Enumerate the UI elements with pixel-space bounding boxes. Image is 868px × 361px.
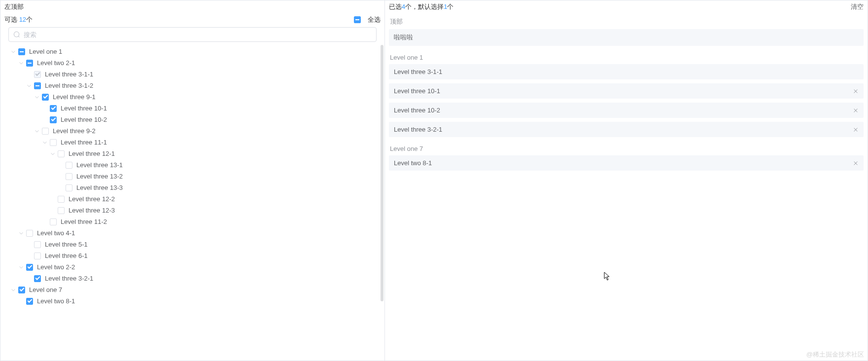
tree-checkbox[interactable] bbox=[42, 128, 49, 135]
close-icon[interactable] bbox=[853, 108, 859, 113]
tree-node-label: Level two 4-1 bbox=[37, 229, 75, 237]
tree-node[interactable]: Level three 3-1-1 bbox=[8, 69, 377, 80]
tree-node[interactable]: Level three 13-2 bbox=[8, 171, 377, 182]
tree-checkbox[interactable] bbox=[50, 116, 57, 123]
selected-item-label: Level three 10-2 bbox=[394, 107, 440, 114]
clear-button[interactable]: 清空 bbox=[851, 2, 864, 11]
tree-node-label: Level three 3-1-1 bbox=[45, 71, 93, 78]
tree-node-label: Level three 3-2-1 bbox=[45, 275, 93, 282]
search-input[interactable] bbox=[8, 27, 377, 42]
caret-icon[interactable] bbox=[34, 128, 40, 134]
selected-item: Level three 10-1 bbox=[389, 83, 864, 99]
search-wrap bbox=[0, 27, 384, 46]
tree-node[interactable]: Level two 4-1 bbox=[8, 227, 377, 239]
select-all-label: 全选 bbox=[368, 15, 381, 24]
tree-node-label: Level three 12-2 bbox=[69, 195, 115, 203]
left-sub-header: 可选 12个 全选 bbox=[0, 13, 384, 27]
tree-checkbox bbox=[34, 71, 41, 78]
selected-summary: 已选4个，默认选择1个 bbox=[389, 2, 453, 11]
caret-icon[interactable] bbox=[18, 230, 24, 236]
scrollbar[interactable] bbox=[381, 45, 383, 358]
tree-node[interactable]: Level three 10-2 bbox=[8, 114, 377, 125]
tree-checkbox[interactable] bbox=[34, 82, 41, 89]
tree-checkbox[interactable] bbox=[66, 184, 72, 191]
selected-item: Level two 8-1 bbox=[389, 155, 864, 171]
tree-node[interactable]: Level one 1 bbox=[8, 46, 377, 57]
tree-node[interactable]: Level three 3-2-1 bbox=[8, 273, 377, 284]
tree-node-label: Level three 6-1 bbox=[45, 252, 88, 259]
tree-node[interactable]: Level three 13-3 bbox=[8, 182, 377, 193]
tree-checkbox[interactable] bbox=[42, 94, 49, 101]
tree-node-label: Level three 3-1-2 bbox=[45, 82, 93, 89]
caret-icon[interactable] bbox=[42, 140, 48, 145]
left-panel: 左顶部 可选 12个 全选 Level one 1Level two 2-1Le… bbox=[0, 0, 385, 361]
tree-node[interactable]: Level three 9-2 bbox=[8, 125, 377, 137]
caret-icon[interactable] bbox=[10, 287, 16, 293]
tree-node[interactable]: Level three 9-1 bbox=[8, 91, 377, 103]
tree-node-label: Level three 9-2 bbox=[53, 127, 96, 135]
tree-checkbox[interactable] bbox=[18, 287, 25, 293]
tree-node[interactable]: Level two 2-2 bbox=[8, 261, 377, 273]
tree[interactable]: Level one 1Level two 2-1Level three 3-1-… bbox=[0, 46, 384, 361]
right-header: 已选4个，默认选择1个 清空 bbox=[389, 0, 864, 13]
tree-node-label: Level one 7 bbox=[29, 286, 62, 293]
tree-node-label: Level three 11-1 bbox=[61, 139, 107, 146]
tree-checkbox[interactable] bbox=[26, 298, 33, 305]
tree-node[interactable]: Level one 7 bbox=[8, 284, 377, 295]
tree-checkbox[interactable] bbox=[58, 196, 65, 203]
left-title: 左顶部 bbox=[0, 0, 384, 13]
tree-node[interactable]: Level three 11-1 bbox=[8, 137, 377, 148]
tree-node-label: Level three 5-1 bbox=[45, 241, 88, 248]
tree-checkbox[interactable] bbox=[50, 218, 57, 225]
tree-checkbox[interactable] bbox=[26, 264, 33, 271]
tree-checkbox[interactable] bbox=[34, 275, 41, 282]
tree-checkbox[interactable] bbox=[66, 173, 72, 180]
select-all-checkbox[interactable] bbox=[354, 16, 361, 23]
tree-node-label: Level one 1 bbox=[29, 48, 62, 55]
tree-node[interactable]: Level three 12-3 bbox=[8, 205, 377, 216]
tree-node[interactable]: Level three 11-2 bbox=[8, 216, 377, 227]
tree-node-label: Level three 10-1 bbox=[61, 105, 107, 112]
scrollbar-thumb[interactable] bbox=[381, 45, 383, 301]
tree-node[interactable]: Level three 6-1 bbox=[8, 250, 377, 261]
tree-checkbox[interactable] bbox=[66, 162, 72, 169]
tree-node[interactable]: Level two 2-1 bbox=[8, 57, 377, 69]
selected-item-label: Level three 3-1-1 bbox=[394, 68, 442, 75]
tree-node[interactable]: Level three 13-1 bbox=[8, 159, 377, 171]
tree-node-label: Level three 13-3 bbox=[76, 184, 123, 191]
tree-node-label: Level two 8-1 bbox=[37, 297, 75, 305]
tree-node[interactable]: Level three 3-1-2 bbox=[8, 80, 377, 91]
group-label: Level one 7 bbox=[389, 141, 864, 155]
tree-checkbox[interactable] bbox=[50, 139, 57, 146]
tree-node[interactable]: Level three 5-1 bbox=[8, 239, 377, 250]
select-all-button[interactable]: 全选 bbox=[354, 15, 381, 24]
caret-icon[interactable] bbox=[50, 151, 56, 157]
search-icon bbox=[13, 31, 20, 38]
selected-item-label: 啦啦啦 bbox=[394, 33, 413, 42]
caret-icon[interactable] bbox=[18, 264, 24, 270]
close-icon[interactable] bbox=[853, 88, 859, 94]
caret-icon[interactable] bbox=[26, 83, 32, 89]
close-icon[interactable] bbox=[853, 127, 859, 133]
tree-checkbox[interactable] bbox=[18, 48, 25, 55]
tree-checkbox[interactable] bbox=[26, 60, 33, 67]
selected-item-label: Level two 8-1 bbox=[394, 159, 432, 167]
tree-checkbox[interactable] bbox=[26, 230, 33, 237]
tree-checkbox[interactable] bbox=[58, 207, 65, 214]
tree-node-label: Level three 11-2 bbox=[61, 218, 107, 225]
tree-checkbox[interactable] bbox=[50, 105, 57, 112]
tree-node[interactable]: Level three 12-1 bbox=[8, 148, 377, 159]
tree-node[interactable]: Level three 12-2 bbox=[8, 193, 377, 205]
tree-node-label: Level two 2-1 bbox=[37, 59, 75, 67]
caret-icon[interactable] bbox=[34, 94, 40, 100]
tree-checkbox[interactable] bbox=[58, 150, 65, 157]
tree-node[interactable]: Level three 10-1 bbox=[8, 103, 377, 114]
caret-icon[interactable] bbox=[10, 49, 16, 55]
close-icon[interactable] bbox=[853, 160, 859, 166]
selected-item: Level three 3-1-1 bbox=[389, 64, 864, 79]
tree-checkbox[interactable] bbox=[34, 241, 41, 248]
tree-node-label: Level three 13-1 bbox=[76, 161, 123, 169]
tree-checkbox[interactable] bbox=[34, 253, 41, 259]
tree-node[interactable]: Level two 8-1 bbox=[8, 295, 377, 307]
caret-icon[interactable] bbox=[18, 60, 24, 66]
